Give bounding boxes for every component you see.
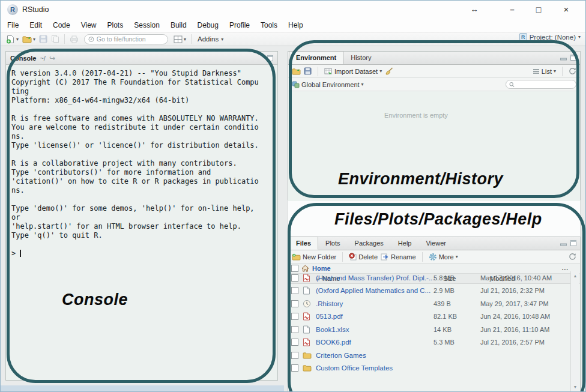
new-folder-button[interactable]: New Folder (292, 253, 336, 261)
breadcrumb-ellipsis[interactable]: ... (562, 266, 569, 271)
pane-maximize-icon[interactable] (570, 240, 576, 246)
environment-scope-selector[interactable]: Global Environment▾ (292, 81, 364, 88)
file-row[interactable]: .Rhistory439 BMay 29, 2017, 3:47 PM (288, 297, 570, 310)
file-row[interactable]: Custom Office Templates (288, 362, 570, 375)
bottom-edge-strip (1, 385, 284, 392)
row-checkbox[interactable] (291, 339, 298, 346)
save-workspace-button[interactable] (304, 67, 312, 75)
row-checkbox[interactable] (291, 326, 298, 333)
rename-file-button[interactable]: Rename (381, 253, 416, 261)
environment-body: Environment is empty (288, 91, 580, 201)
row-checkbox[interactable] (291, 313, 298, 320)
window-title: RStudio (22, 1, 49, 19)
file-name-link[interactable]: Criterion Games (316, 352, 433, 359)
file-file-icon (303, 286, 316, 295)
file-row[interactable]: (Heat and Mass Transfer) Prof. Dipl.-...… (288, 271, 570, 285)
tab-viewer[interactable]: Viewer (418, 237, 453, 250)
copy-button[interactable] (49, 34, 61, 44)
menu-profile[interactable]: Profile (224, 19, 255, 32)
environment-pane: Environment History Import Dataset▾ List… (288, 51, 581, 201)
load-workspace-button[interactable] (292, 68, 301, 75)
delete-icon (349, 253, 357, 261)
console-body[interactable]: R version 3.4.0 (2017-04-21) -- "You Stu… (6, 65, 277, 258)
file-row[interactable]: Criterion Games (288, 349, 570, 362)
delete-file-button[interactable]: Delete (349, 253, 378, 261)
file-name-link[interactable]: Custom Office Templates (316, 364, 433, 372)
environment-search[interactable] (506, 80, 576, 89)
pane-maximize-icon[interactable] (267, 55, 273, 61)
pane-minimize-icon[interactable] (560, 240, 567, 246)
file-name-link[interactable]: BOOK6.pdf (316, 339, 433, 346)
console-output: R version 3.4.0 (2017-04-21) -- "You Stu… (6, 65, 277, 258)
environment-search-input[interactable] (516, 81, 573, 88)
addins-button[interactable]: Addins▾ (195, 35, 226, 43)
menu-view[interactable]: View (76, 19, 102, 32)
menu-session[interactable]: Session (128, 19, 165, 32)
project-selector[interactable]: R Project: (None) ▾ (519, 33, 581, 41)
scroll-up-arrow[interactable]: ▲ (571, 274, 579, 278)
save-button[interactable] (37, 34, 49, 44)
menu-bar: File Edit Code View Plots Session Build … (1, 19, 586, 32)
main-toolbar: ▾ ▾ ▾ Addins▾ (1, 32, 586, 46)
file-name-link[interactable]: (Heat and Mass Transfer) Prof. Dipl.-... (316, 274, 433, 282)
new-file-button[interactable]: ▾ (4, 34, 20, 45)
file-row[interactable]: BOOK6.pdf5.3 MBJul 21, 2016, 2:57 PM (288, 336, 570, 349)
tab-help[interactable]: Help (391, 237, 419, 250)
refresh-button[interactable] (569, 253, 576, 261)
tab-packages[interactable]: Packages (348, 237, 391, 250)
clear-environment-button[interactable] (385, 67, 393, 75)
goto-file-input[interactable] (97, 35, 164, 43)
menu-edit[interactable]: Edit (24, 19, 47, 32)
console-pane: Console ~/ ↪ R version 3.4.0 (2017-04-21… (5, 51, 278, 381)
goto-file-search[interactable] (84, 34, 168, 44)
tab-environment[interactable]: Environment (289, 51, 343, 64)
menu-tools[interactable]: Tools (255, 19, 283, 32)
new-folder-icon (292, 253, 301, 261)
open-file-button[interactable]: ▾ (20, 34, 37, 44)
file-name-link[interactable]: (Oxford Applied Mathematics and C... (316, 287, 433, 294)
row-checkbox[interactable] (291, 287, 298, 294)
file-row[interactable]: Book1.xlsx14 KBJun 21, 2016, 11:10 AM (288, 323, 570, 336)
menu-build[interactable]: Build (165, 19, 192, 32)
close-button[interactable]: × (555, 1, 577, 19)
scroll-down-arrow[interactable]: ▼ (571, 385, 579, 389)
row-checkbox[interactable] (291, 364, 298, 372)
resize-icon[interactable]: ↔ (467, 1, 482, 19)
file-modified: Jul 21, 2016, 2:57 PM (480, 339, 570, 346)
file-size: 14 KB (433, 326, 480, 333)
open-in-new-window-icon[interactable]: ↪ (49, 54, 55, 62)
console-header: Console ~/ ↪ (6, 52, 277, 65)
tab-plots[interactable]: Plots (318, 237, 347, 250)
rstudio-window: R RStudio ↔ – □ × File Edit Code View Pl… (0, 0, 586, 392)
minimize-button[interactable]: – (503, 1, 522, 19)
file-row[interactable]: (Oxford Applied Mathematics and C...2.9 … (288, 285, 570, 298)
refresh-button[interactable] (569, 67, 576, 75)
pane-minimize-icon[interactable] (560, 55, 567, 61)
import-dataset-button[interactable]: Import Dataset▾ (324, 68, 382, 75)
row-checkbox[interactable] (291, 300, 298, 307)
list-icon (533, 68, 540, 74)
tab-history[interactable]: History (343, 51, 378, 64)
print-button[interactable] (68, 34, 80, 44)
menu-file[interactable]: File (2, 19, 24, 32)
file-name-link[interactable]: Book1.xlsx (316, 326, 433, 333)
menu-code[interactable]: Code (47, 19, 76, 32)
file-row[interactable]: 0513.pdf82.1 KBJun 24, 2016, 10:48 AM (288, 310, 570, 324)
row-checkbox[interactable] (291, 352, 298, 359)
row-checkbox[interactable] (291, 274, 298, 282)
console-tab[interactable]: Console (10, 55, 36, 62)
menu-plots[interactable]: Plots (102, 19, 129, 32)
files-scrollbar[interactable]: ▲ ▼ (570, 271, 579, 391)
menu-help[interactable]: Help (283, 19, 309, 32)
file-name-link[interactable]: .Rhistory (316, 300, 433, 307)
file-name-link[interactable]: 0513.pdf (316, 313, 433, 320)
menu-debug[interactable]: Debug (192, 19, 224, 32)
pane-maximize-icon[interactable] (570, 55, 576, 61)
panes-grid-icon (174, 35, 183, 43)
display-mode-button[interactable]: List▾ (533, 68, 556, 75)
gear-icon (429, 253, 437, 261)
maximize-button[interactable]: □ (529, 1, 548, 19)
workspace-panes-button[interactable]: ▾ (172, 34, 188, 44)
more-actions-button[interactable]: More▾ (429, 253, 458, 261)
tab-files[interactable]: Files (289, 237, 318, 250)
